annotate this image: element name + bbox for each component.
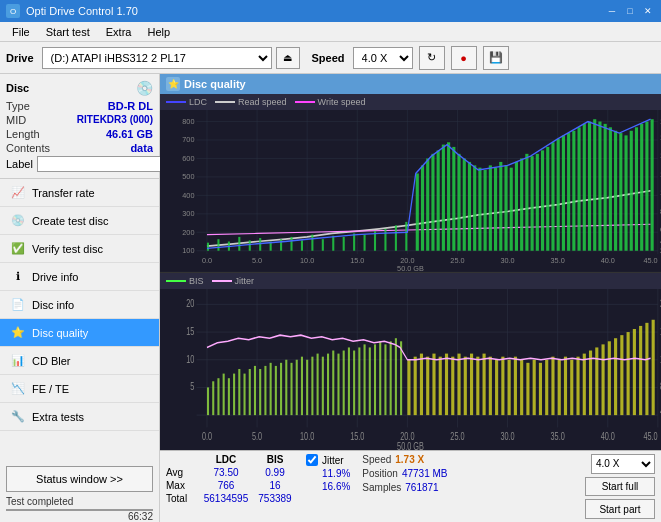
save-button[interactable]: 💾 <box>483 46 509 70</box>
svg-rect-94 <box>557 139 560 251</box>
svg-rect-176 <box>348 347 350 415</box>
sidebar-item-extra-tests[interactable]: 🔧 Extra tests <box>0 403 159 431</box>
status-window-button[interactable]: Status window >> <box>6 466 153 492</box>
svg-rect-90 <box>536 154 539 251</box>
svg-text:40.0: 40.0 <box>601 430 615 442</box>
eject-button[interactable]: ⏏ <box>276 47 300 69</box>
disc-quality-icon: ⭐ <box>10 325 26 341</box>
type-label: Type <box>6 100 30 112</box>
svg-rect-85 <box>510 168 513 251</box>
sidebar-item-disc-info[interactable]: 📄 Disc info <box>0 291 159 319</box>
svg-rect-50 <box>238 237 240 251</box>
speed-select-stats[interactable]: 4.0 X <box>591 454 655 474</box>
svg-rect-195 <box>457 353 460 415</box>
refresh-button[interactable]: ↻ <box>419 46 445 70</box>
svg-rect-197 <box>470 353 473 415</box>
minimize-button[interactable]: ─ <box>605 4 619 18</box>
svg-rect-192 <box>439 356 442 414</box>
sidebar-item-drive-info[interactable]: ℹ Drive info <box>0 263 159 291</box>
label-input[interactable] <box>37 156 170 172</box>
jitter-legend-label: Jitter <box>235 276 255 286</box>
svg-rect-196 <box>464 356 467 414</box>
svg-rect-202 <box>501 356 504 414</box>
speed-select[interactable]: 4.0 X <box>353 47 413 69</box>
svg-rect-72 <box>442 145 445 251</box>
total-label: Total <box>166 493 196 504</box>
start-full-button[interactable]: Start full <box>585 477 655 497</box>
svg-text:50.0 GB: 50.0 GB <box>397 264 424 271</box>
fe-te-label: FE / TE <box>32 383 69 395</box>
svg-rect-222 <box>627 332 630 415</box>
speed-label: Speed <box>312 52 345 64</box>
svg-rect-221 <box>620 335 623 415</box>
verify-test-disc-label: Verify test disc <box>32 243 103 255</box>
jitter-checkbox[interactable] <box>306 454 318 466</box>
svg-rect-161 <box>270 362 272 414</box>
svg-rect-210 <box>551 356 554 414</box>
menu-file[interactable]: File <box>4 24 38 40</box>
svg-rect-60 <box>343 237 345 251</box>
svg-rect-77 <box>468 162 471 251</box>
svg-text:10.0: 10.0 <box>300 430 314 442</box>
sidebar-item-disc-quality[interactable]: ⭐ Disc quality <box>0 319 159 347</box>
menu-extra[interactable]: Extra <box>98 24 140 40</box>
menu-help[interactable]: Help <box>139 24 178 40</box>
ldc-avg: 73.50 <box>200 467 252 478</box>
read-speed-legend-label: Read speed <box>238 97 287 107</box>
svg-text:700: 700 <box>182 135 194 144</box>
svg-rect-102 <box>598 122 601 251</box>
svg-rect-75 <box>457 154 460 251</box>
svg-rect-207 <box>533 359 536 414</box>
sidebar-item-create-test-disc[interactable]: 💿 Create test disc <box>0 207 159 235</box>
length-value: 46.61 GB <box>106 128 153 140</box>
svg-rect-223 <box>633 328 636 414</box>
jitter-avg: 11.9% <box>306 468 350 479</box>
menu-start-test[interactable]: Start test <box>38 24 98 40</box>
titlebar: O Opti Drive Control 1.70 ─ □ ✕ <box>0 0 661 22</box>
svg-rect-201 <box>495 359 498 414</box>
position-value: 47731 MB <box>402 468 448 479</box>
svg-rect-107 <box>624 135 627 250</box>
jitter-total <box>306 494 350 505</box>
content-area: ⭐ Disc quality LDC Read speed <box>160 74 661 522</box>
svg-text:45.0: 45.0 <box>643 256 657 265</box>
svg-rect-209 <box>545 359 548 414</box>
drive-select[interactable]: (D:) ATAPI iHBS312 2 PL17 <box>42 47 272 69</box>
close-button[interactable]: ✕ <box>641 4 655 18</box>
svg-text:5.0: 5.0 <box>252 430 262 442</box>
svg-rect-110 <box>640 124 643 251</box>
svg-rect-179 <box>364 344 366 415</box>
start-part-button[interactable]: Start part <box>585 499 655 519</box>
jitter-legend-color <box>212 280 232 282</box>
titlebar-buttons: ─ □ ✕ <box>605 4 655 18</box>
drive-info-icon: ℹ <box>10 269 26 285</box>
svg-rect-163 <box>280 362 282 414</box>
svg-rect-185 <box>395 338 397 415</box>
record-button[interactable]: ● <box>451 46 477 70</box>
drivebar: Drive (D:) ATAPI iHBS312 2 PL17 ⏏ Speed … <box>0 42 661 74</box>
svg-rect-47 <box>207 243 209 251</box>
status-bar: Test completed 66:32 <box>0 496 159 522</box>
mid-label: MID <box>6 114 26 126</box>
sidebar-item-verify-test-disc[interactable]: ✅ Verify test disc <box>0 235 159 263</box>
svg-rect-190 <box>426 356 429 414</box>
write-speed-legend-label: Write speed <box>318 97 366 107</box>
empty-label <box>166 454 196 465</box>
svg-rect-88 <box>525 154 528 251</box>
sidebar-item-cd-bler[interactable]: 📊 CD Bler <box>0 347 159 375</box>
jitter-label: Jitter <box>322 455 344 466</box>
svg-rect-108 <box>630 131 633 251</box>
position-label: Position <box>362 468 398 479</box>
svg-text:0.0: 0.0 <box>202 430 212 442</box>
svg-rect-57 <box>311 235 313 251</box>
extra-tests-label: Extra tests <box>32 411 84 423</box>
svg-rect-187 <box>407 359 410 414</box>
sidebar-item-fe-te[interactable]: 📉 FE / TE <box>0 375 159 403</box>
svg-text:45.0: 45.0 <box>643 430 657 442</box>
svg-rect-153 <box>228 378 230 415</box>
svg-rect-219 <box>608 341 611 415</box>
svg-text:20: 20 <box>186 298 194 310</box>
sidebar-item-transfer-rate[interactable]: 📈 Transfer rate <box>0 179 159 207</box>
maximize-button[interactable]: □ <box>623 4 637 18</box>
svg-rect-173 <box>332 350 334 415</box>
